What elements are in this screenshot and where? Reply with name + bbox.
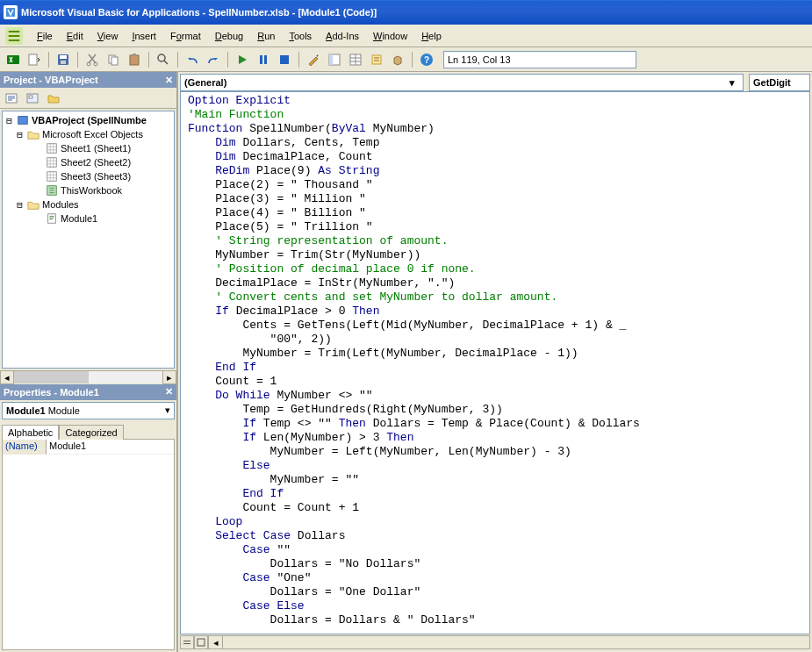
project-icon [16, 114, 30, 126]
menu-addins[interactable]: Add-Ins [319, 28, 366, 44]
menu-debug[interactable]: Debug [208, 28, 250, 44]
project-panel-toolbar [0, 88, 176, 109]
module-icon [45, 212, 59, 225]
properties-panel-title: Properties - Module1 ✕ [0, 384, 176, 400]
menu-edit[interactable]: Edit [60, 28, 90, 44]
full-module-view-button[interactable] [194, 635, 208, 649]
scroll-left-icon[interactable]: ◂ [0, 370, 14, 384]
scope-dropdown[interactable]: (General) ▾ [180, 74, 744, 91]
svg-rect-18 [329, 54, 333, 65]
menu-help[interactable]: Help [414, 28, 449, 44]
project-tree[interactable]: ⊟ VBAProject (SpellNumbe ⊟ Microsoft Exc… [2, 111, 175, 369]
svg-rect-29 [47, 172, 57, 182]
svg-rect-12 [133, 54, 136, 56]
chevron-down-icon: ▾ [725, 77, 739, 89]
tree-project-root[interactable]: ⊟ VBAProject (SpellNumbe [4, 113, 172, 127]
sheet-icon [45, 156, 59, 168]
separator [412, 52, 413, 68]
separator [77, 52, 78, 68]
toolbox-button[interactable] [388, 50, 407, 69]
separator [177, 52, 178, 68]
view-object-button[interactable] [23, 89, 42, 108]
tree-modules-folder[interactable]: ⊟ Modules [4, 197, 172, 211]
svg-rect-16 [280, 55, 289, 64]
redo-button[interactable] [204, 50, 223, 69]
sheet-icon [45, 142, 59, 154]
copy-button[interactable] [104, 50, 123, 69]
property-value[interactable]: Module1 [47, 440, 174, 455]
svg-rect-6 [61, 61, 66, 64]
view-code-button[interactable] [2, 89, 21, 108]
properties-grid[interactable]: (Name) Module1 [2, 439, 175, 651]
svg-rect-20 [372, 55, 381, 64]
procedure-view-button[interactable] [180, 635, 194, 649]
close-icon[interactable]: ✕ [165, 75, 173, 86]
svg-rect-25 [29, 96, 32, 98]
properties-object-dropdown[interactable]: Module1 Module ▾ [2, 402, 175, 419]
toolbar: ? Ln 119, Col 13 [0, 47, 812, 72]
menu-insert[interactable]: Insert [125, 28, 163, 44]
workbook-icon [45, 184, 59, 197]
paste-button[interactable] [125, 50, 144, 69]
code-horizontal-scrollbar[interactable]: ◂ [208, 635, 810, 649]
menu-tools[interactable]: Tools [282, 28, 319, 44]
design-mode-button[interactable] [304, 50, 323, 69]
undo-button[interactable] [183, 50, 202, 69]
toggle-folders-button[interactable] [44, 89, 63, 108]
title-bar: Microsoft Visual Basic for Applications … [0, 0, 812, 25]
tree-module1[interactable]: Module1 [4, 211, 172, 226]
code-editor[interactable]: Option Explicit'Main FunctionFunction Sp… [180, 91, 810, 634]
menu-view[interactable]: View [90, 28, 126, 44]
procedure-dropdown[interactable]: GetDigit [749, 74, 810, 91]
svg-rect-34 [198, 639, 205, 646]
tree-sheet1[interactable]: Sheet1 (Sheet1) [4, 141, 172, 155]
help-button[interactable]: ? [417, 50, 436, 69]
find-button[interactable] [154, 50, 173, 69]
sheet-icon [45, 170, 59, 183]
tree-sheet2[interactable]: Sheet2 (Sheet2) [4, 155, 172, 169]
separator [298, 52, 299, 68]
stop-button[interactable] [275, 50, 294, 69]
expander-minus-icon[interactable]: ⊟ [15, 199, 25, 211]
svg-rect-15 [264, 55, 267, 64]
svg-rect-11 [130, 55, 139, 65]
run-button[interactable] [233, 50, 252, 69]
menu-bar: File Edit View Insert Format Debug Run T… [0, 25, 812, 47]
project-explorer-button[interactable] [325, 50, 344, 69]
object-browser-button[interactable] [367, 50, 386, 69]
separator [148, 52, 149, 68]
chevron-down-icon: ▾ [165, 405, 170, 416]
svg-point-13 [158, 54, 165, 61]
tree-excel-objects-folder[interactable]: ⊟ Microsoft Excel Objects [4, 127, 172, 141]
view-excel-button[interactable] [4, 50, 23, 69]
menu-run[interactable]: Run [250, 28, 282, 44]
tree-sheet3[interactable]: Sheet3 (Sheet3) [4, 169, 172, 183]
excel-vba-icon [5, 27, 23, 45]
pause-button[interactable] [254, 50, 273, 69]
menu-window[interactable]: Window [366, 28, 414, 44]
svg-rect-2 [7, 55, 19, 64]
insert-module-dropdown[interactable] [25, 50, 44, 69]
menu-file[interactable]: File [30, 28, 60, 44]
folder-open-icon [26, 128, 40, 140]
close-icon[interactable]: ✕ [165, 386, 173, 398]
folder-open-icon [26, 198, 40, 211]
window-title: Microsoft Visual Basic for Applications … [21, 7, 377, 18]
properties-window-button[interactable] [346, 50, 365, 69]
tab-categorized[interactable]: Categorized [59, 425, 123, 440]
save-button[interactable] [54, 50, 73, 69]
separator [48, 52, 49, 68]
tab-alphabetic[interactable]: Alphabetic [2, 425, 59, 440]
svg-rect-14 [260, 55, 262, 64]
tree-thisworkbook[interactable]: ThisWorkbook [4, 183, 172, 197]
scroll-left-icon[interactable]: ◂ [209, 636, 223, 648]
project-panel-title: Project - VBAProject ✕ [0, 72, 176, 88]
expander-minus-icon[interactable]: ⊟ [4, 115, 14, 126]
expander-minus-icon[interactable]: ⊟ [15, 129, 25, 140]
property-row-name[interactable]: (Name) Module1 [3, 440, 174, 455]
svg-rect-27 [47, 144, 57, 154]
cut-button[interactable] [83, 50, 102, 69]
scroll-right-icon[interactable]: ▸ [162, 370, 176, 384]
menu-format[interactable]: Format [163, 28, 208, 44]
project-horizontal-scrollbar[interactable]: ◂ ▸ [0, 370, 176, 384]
